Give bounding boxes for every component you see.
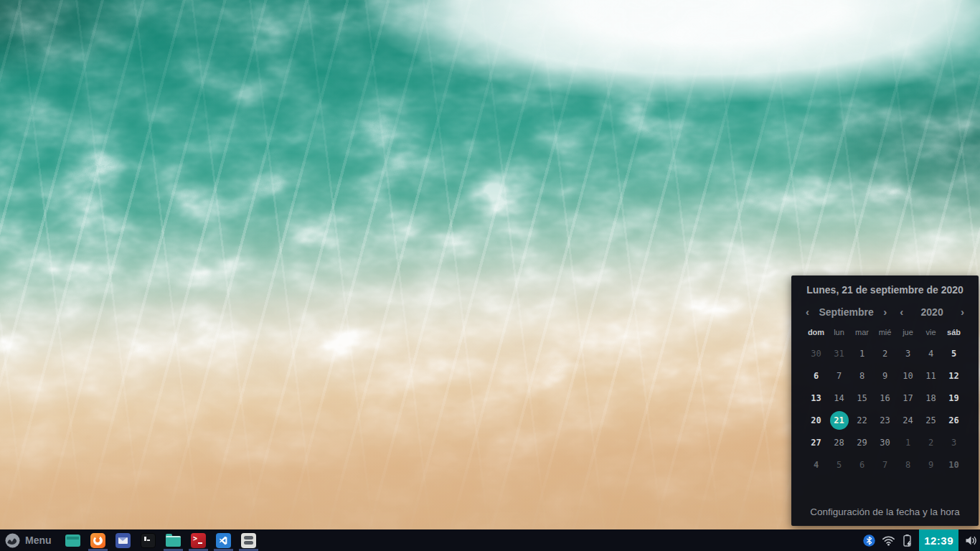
- taskbar-panel: Menu: [0, 529, 980, 551]
- clock[interactable]: 12:39: [919, 529, 958, 551]
- calendar-day[interactable]: 8: [897, 453, 920, 476]
- calendar-day[interactable]: 1: [897, 431, 920, 453]
- mail-launcher[interactable]: [110, 529, 136, 551]
- prev-year-button[interactable]: ‹: [898, 306, 905, 318]
- day-header-mar: mar: [851, 328, 874, 336]
- calendar-day[interactable]: 5: [828, 453, 851, 476]
- day-header-dom: dom: [805, 328, 828, 336]
- folder-icon: [166, 534, 181, 547]
- calendar-day[interactable]: 26: [943, 409, 966, 431]
- calendar-day[interactable]: 25: [920, 409, 943, 431]
- launcher-bar: [60, 529, 261, 551]
- calendar-day[interactable]: 4: [920, 342, 943, 364]
- firefox-icon: [90, 533, 105, 548]
- calendar-popup: Lunes, 21 de septiembre de 2020 ‹ Septie…: [791, 276, 979, 526]
- calendar-day[interactable]: 30: [805, 342, 828, 364]
- calendar-nav: ‹ Septiembre › ‹ 2020 ›: [804, 306, 966, 318]
- calendar-day[interactable]: 11: [920, 364, 943, 387]
- calendar-day[interactable]: 1: [851, 342, 874, 364]
- calendar-day[interactable]: 3: [943, 431, 966, 453]
- day-header-lun: lun: [828, 328, 851, 336]
- stacked-windows-icon: [241, 533, 256, 548]
- calendar-day[interactable]: 12: [943, 364, 966, 387]
- app-switcher-launcher[interactable]: [236, 529, 261, 551]
- volume-icon[interactable]: [965, 535, 978, 546]
- calendar-day[interactable]: 27: [805, 431, 828, 453]
- calendar-day[interactable]: 9: [920, 453, 943, 476]
- calendar-day[interactable]: 10: [943, 453, 966, 476]
- calendar-day[interactable]: 14: [828, 387, 851, 409]
- desktop: Lunes, 21 de septiembre de 2020 ‹ Septie…: [0, 0, 980, 551]
- menu-label: Menu: [25, 534, 52, 546]
- calendar-day[interactable]: 16: [874, 387, 897, 409]
- calendar-day[interactable]: 2: [920, 431, 943, 453]
- calendar-day[interactable]: 31: [828, 342, 851, 364]
- mail-icon: [116, 533, 131, 548]
- datetime-settings-link[interactable]: Configuración de la fecha y la hora: [791, 507, 979, 517]
- calendar-day[interactable]: 10: [897, 364, 920, 387]
- show-desktop-button[interactable]: [60, 529, 85, 551]
- vscode-icon: [216, 533, 231, 548]
- day-header-vie: vie: [920, 328, 943, 336]
- calendar-day[interactable]: 2: [874, 342, 897, 364]
- calendar-day[interactable]: 15: [851, 387, 874, 409]
- calendar-day[interactable]: 23: [874, 409, 897, 431]
- calendar-day[interactable]: 24: [897, 409, 920, 431]
- calendar-day[interactable]: 5: [943, 342, 966, 364]
- calendar-day-grid: 3031123456789101112131415161718192021222…: [791, 342, 979, 476]
- vscode-launcher[interactable]: [211, 529, 236, 551]
- calendar-day[interactable]: 7: [874, 453, 897, 476]
- day-header-mié: mié: [874, 328, 897, 336]
- calendar-day[interactable]: 30: [874, 431, 897, 453]
- day-of-week-headers: domlunmarmiéjueviesáb: [791, 328, 979, 336]
- calendar-date-title: Lunes, 21 de septiembre de 2020: [791, 284, 979, 296]
- wifi-icon[interactable]: [882, 535, 895, 546]
- window-icon: [65, 534, 80, 547]
- calendar-day[interactable]: 18: [920, 387, 943, 409]
- battery-charging-icon[interactable]: [902, 534, 913, 547]
- calendar-day[interactable]: 22: [851, 409, 874, 431]
- calendar-day[interactable]: 17: [897, 387, 920, 409]
- firefox-launcher[interactable]: [85, 529, 110, 551]
- calendar-day[interactable]: 4: [805, 453, 828, 476]
- next-year-button[interactable]: ›: [959, 306, 966, 318]
- year-label: 2020: [921, 306, 943, 318]
- calendar-day[interactable]: 7: [828, 364, 851, 387]
- distro-logo-icon: [5, 533, 20, 548]
- calendar-day[interactable]: 6: [805, 364, 828, 387]
- calendar-day[interactable]: 21: [828, 409, 851, 431]
- year-selector: ‹ 2020 ›: [898, 306, 966, 318]
- month-label: Septiembre: [819, 306, 873, 318]
- calendar-day[interactable]: 29: [851, 431, 874, 453]
- calendar-day[interactable]: 20: [805, 409, 828, 431]
- next-month-button[interactable]: ›: [882, 306, 888, 318]
- month-selector: ‹ Septiembre ›: [804, 306, 888, 318]
- menu-button[interactable]: Menu: [0, 529, 56, 551]
- calendar-day[interactable]: 13: [805, 387, 828, 409]
- files-launcher[interactable]: [161, 529, 186, 551]
- calendar-day[interactable]: 28: [828, 431, 851, 453]
- bluetooth-icon[interactable]: [863, 534, 875, 547]
- day-header-jue: jue: [897, 328, 920, 336]
- calendar-day[interactable]: 19: [943, 387, 966, 409]
- system-tray: 12:39: [863, 529, 978, 551]
- calendar-day[interactable]: 8: [851, 364, 874, 387]
- red-terminal-icon: [191, 533, 206, 548]
- terminal-launcher[interactable]: [136, 529, 161, 551]
- calendar-day[interactable]: 9: [874, 364, 897, 387]
- red-terminal-launcher[interactable]: [186, 529, 211, 551]
- prev-month-button[interactable]: ‹: [804, 306, 811, 318]
- calendar-day[interactable]: 3: [897, 342, 920, 364]
- day-header-sáb: sáb: [943, 328, 966, 336]
- terminal-icon: [141, 533, 156, 548]
- calendar-day[interactable]: 6: [851, 453, 874, 476]
